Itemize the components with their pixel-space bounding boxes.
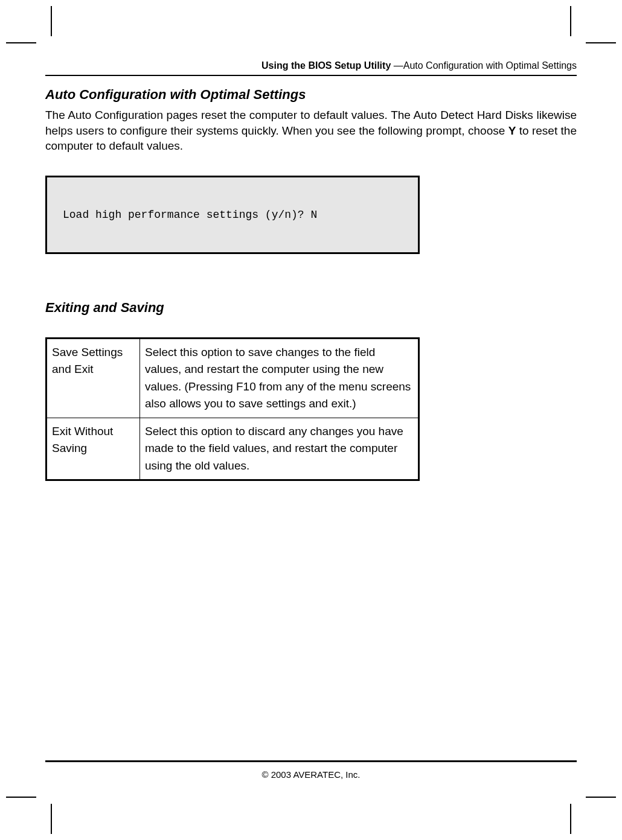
para-text-bold: Y (508, 124, 516, 137)
option-label: Exit Without Saving (46, 418, 140, 480)
crop-mark (586, 797, 616, 798)
option-description: Select this option to save changes to th… (140, 338, 419, 418)
crop-mark (570, 804, 571, 834)
prompt-box: Load high performance settings (y/n)? N (45, 176, 420, 254)
table-row: Exit Without Saving Select this option t… (46, 418, 419, 480)
option-label: Save Settings and Exit (46, 338, 140, 418)
header-rest: —Auto Configuration with Optimal Setting… (394, 60, 577, 71)
running-header: Using the BIOS Setup Utility —Auto Confi… (45, 60, 577, 76)
page-footer: © 2003 AVERATEC, Inc. (45, 760, 577, 780)
table-row: Save Settings and Exit Select this optio… (46, 338, 419, 418)
section-heading-exiting: Exiting and Saving (45, 300, 577, 316)
crop-mark (586, 42, 616, 43)
para-text-pre: The Auto Configuration pages reset the c… (45, 109, 577, 137)
crop-mark (51, 6, 52, 36)
options-table: Save Settings and Exit Select this optio… (45, 337, 420, 482)
crop-mark (570, 6, 571, 36)
crop-mark (6, 797, 36, 798)
crop-mark (6, 42, 36, 43)
copyright-text: © 2003 AVERATEC, Inc. (261, 769, 360, 780)
prompt-text: Load high performance settings (y/n)? N (63, 209, 317, 221)
section-heading-auto-config: Auto Configuration with Optimal Settings (45, 87, 577, 103)
crop-mark (51, 804, 52, 834)
option-description: Select this option to discard any change… (140, 418, 419, 480)
page-content: Using the BIOS Setup Utility —Auto Confi… (45, 60, 577, 780)
body-paragraph: The Auto Configuration pages reset the c… (45, 107, 577, 154)
header-bold: Using the BIOS Setup Utility (261, 60, 394, 71)
